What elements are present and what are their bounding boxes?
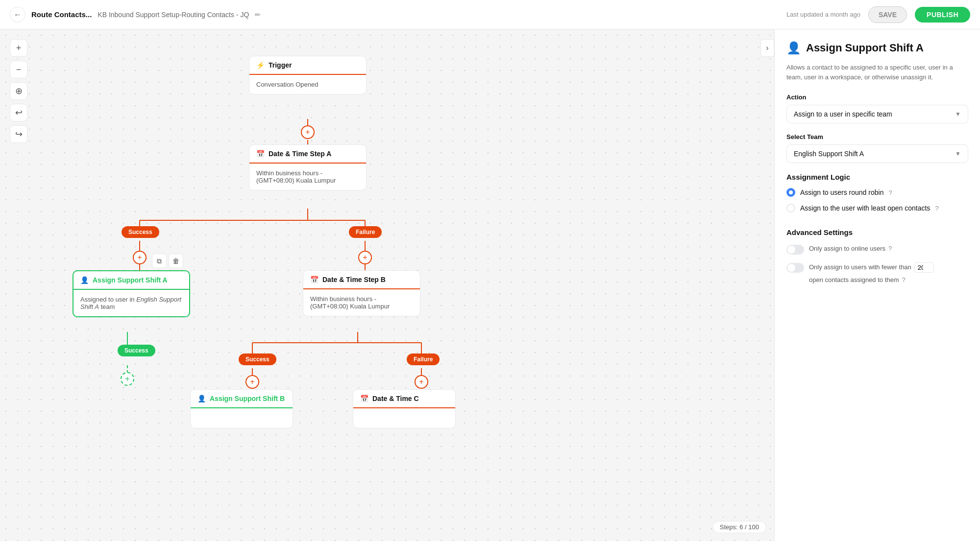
trigger-node-header: ⚡ Trigger [249,56,366,75]
calendar-b-icon: 📅 [310,276,318,283]
toggle-online-users-knob [787,246,795,254]
help-icon-online[interactable]: ? [888,244,892,253]
header-right: Last updated a month ago SAVE PUBLISH [786,6,970,23]
radio-option-least-contacts[interactable]: Assign to the user with least open conta… [786,204,968,212]
toggle-fewer-contacts-knob [787,264,795,272]
dt-step-c-header: 📅 Date & Time C [353,390,455,408]
advanced-settings-section: Advanced Settings Only assign to online … [786,228,968,284]
workflow-canvas[interactable]: + − ⊕ ↩ ↪ › ⚡ Trigger Conversation Opene… [0,29,774,541]
add-node-button-1[interactable]: + [301,125,315,139]
radio-least-contacts-label: Assign to the user with least open conta… [800,204,930,212]
last-updated-text: Last updated a month ago [786,11,860,18]
assign-b-body [191,408,293,428]
failure-badge-2[interactable]: Failure [407,353,440,365]
help-icon-1[interactable]: ? [888,189,892,196]
dt-step-c-body [353,408,455,428]
radio-round-robin-input[interactable] [786,188,795,197]
assign-b-node[interactable]: 👤 Assign Support Shift B [190,389,293,428]
add-node-button-bottom-left[interactable]: + [121,372,134,386]
success-badge-green[interactable]: Success [118,345,155,356]
header-left: ← Route Contacts... KB Inbound Support S… [10,7,261,23]
team-chevron-icon: ▼ [955,150,961,157]
trigger-node-body: Conversation Opened [249,75,366,94]
help-icon-2[interactable]: ? [935,205,938,212]
back-button[interactable]: ← [10,7,25,23]
person-icon: 👤 [80,276,89,284]
advanced-settings-title: Advanced Settings [786,228,968,236]
add-node-button-right[interactable]: + [358,251,372,264]
save-button[interactable]: SAVE [868,6,907,23]
panel-title: Assign Support Shift A [806,42,924,54]
assign-a-body: Assigned to user in English Support Shif… [74,290,189,316]
publish-button[interactable]: PUBLISH [915,7,970,23]
toggle-panel-button[interactable]: › [760,39,774,57]
canvas-toolbar: + − ⊕ ↩ ↪ [10,39,27,143]
toggle-online-users-label: Only assign to online users ? [809,244,892,253]
panel-title-row: 👤 Assign Support Shift A [786,41,968,55]
assign-a-node[interactable]: 👤 Assign Support Shift A Assigned to use… [73,270,190,317]
page-title: Route Contacts... [31,10,92,19]
assign-a-header: 👤 Assign Support Shift A [74,271,189,290]
header: ← Route Contacts... KB Inbound Support S… [0,0,980,29]
trigger-icon: ⚡ [256,61,265,69]
max-contacts-input[interactable] [914,262,934,273]
add-node-button-left[interactable]: + [133,251,147,264]
add-node-button-mid[interactable]: + [245,375,259,389]
panel-person-icon: 👤 [786,41,801,55]
toggle-fewer-contacts[interactable] [786,263,804,273]
copy-node-button[interactable]: ⧉ [152,254,167,268]
fit-view-button[interactable]: ⊕ [10,82,27,100]
calendar-c-icon: 📅 [360,395,368,402]
action-chevron-icon: ▼ [955,111,961,118]
trigger-node[interactable]: ⚡ Trigger Conversation Opened [249,56,367,94]
action-label: Action [786,94,968,101]
right-panel: 👤 Assign Support Shift A Allows a contac… [774,29,980,541]
toggle-fewer-contacts-label: Only assign to users with fewer than ope… [809,262,968,284]
main-layout: + − ⊕ ↩ ↪ › ⚡ Trigger Conversation Opene… [0,29,980,541]
edit-icon[interactable]: ✏ [255,11,261,19]
dt-step-b-node[interactable]: 📅 Date & Time Step B Within business hou… [303,270,420,316]
node-actions: ⧉ 🗑 [152,254,183,268]
steps-counter: Steps: 6 / 100 [712,521,766,533]
toggle-fewer-contacts-row: Only assign to users with fewer than ope… [786,262,968,284]
undo-button[interactable]: ↩ [10,104,27,121]
toggle-online-users[interactable] [786,245,804,255]
assign-b-header: 👤 Assign Support Shift B [191,390,293,408]
redo-button[interactable]: ↪ [10,125,27,143]
breadcrumb: KB Inbound Support Setup-Routing Contact… [98,11,249,19]
radio-round-robin-label: Assign to users round robin [800,188,883,196]
dt-step-b-body: Within business hours - (GMT+08:00) Kual… [303,289,420,316]
help-icon-fewer[interactable]: ? [902,276,906,284]
zoom-out-button[interactable]: − [10,61,27,78]
delete-node-button[interactable]: 🗑 [169,254,183,268]
select-team-label: Select Team [786,133,968,141]
team-select[interactable]: English Support Shift A ▼ [786,144,968,163]
dt-step-a-header: 📅 Date & Time Step A [249,145,366,164]
toggle-online-users-row: Only assign to online users ? [786,244,968,255]
success-badge-2[interactable]: Success [239,353,276,365]
radio-option-round-robin[interactable]: Assign to users round robin ? [786,188,968,197]
dt-step-a-body: Within business hours - (GMT+08:00) Kual… [249,164,366,190]
dt-step-b-header: 📅 Date & Time Step B [303,271,420,289]
success-badge-left[interactable]: Success [122,226,159,238]
zoom-in-button[interactable]: + [10,39,27,57]
add-node-button-right-2[interactable]: + [415,375,428,389]
panel-description: Allows a contact to be assigned to a spe… [786,63,968,82]
dt-step-c-node[interactable]: 📅 Date & Time C [353,389,456,428]
assignment-logic-title: Assignment Logic [786,173,968,181]
action-select[interactable]: Assign to a user in specific team ▼ [786,105,968,123]
person-b-icon: 👤 [197,395,206,402]
dt-step-a-node[interactable]: 📅 Date & Time Step A Within business hou… [249,144,367,190]
calendar-icon: 📅 [256,150,265,158]
radio-least-contacts-input[interactable] [786,204,795,212]
failure-badge-right[interactable]: Failure [349,226,382,238]
